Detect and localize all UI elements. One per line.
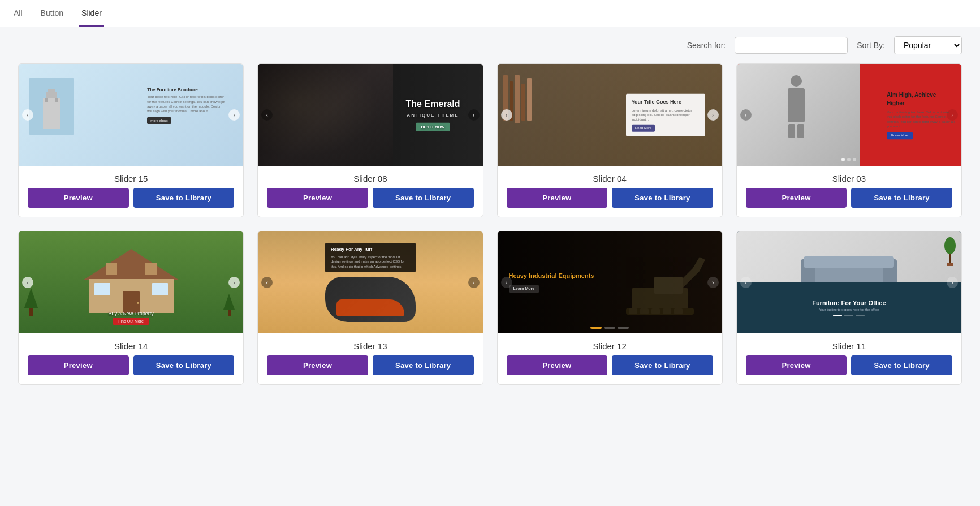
svg-marker-5 (83, 249, 179, 280)
slider14-text: Buy A New Property (109, 311, 154, 316)
prev-arrow-slider08[interactable]: ‹ (261, 109, 273, 121)
thumbnail-slider12: Heavy Industrial Equipments Learn More ‹… (498, 231, 722, 333)
svg-rect-18 (651, 308, 660, 314)
save-button-slider14[interactable]: Save to Library (133, 355, 235, 375)
svg-rect-14 (654, 277, 683, 294)
thumbnail-slider15: The Furniture Brochure Your place text h… (19, 64, 243, 166)
tab-slider[interactable]: Slider (79, 1, 104, 27)
card-title-slider11: Slider 11 (737, 333, 961, 355)
svg-point-12 (137, 302, 139, 304)
tab-all[interactable]: All (11, 1, 25, 27)
prev-arrow-slider13[interactable]: ‹ (261, 277, 273, 288)
card-actions-slider13: Preview Save to Library (258, 355, 482, 384)
card-actions-slider11: Preview Save to Library (737, 355, 961, 384)
preview-button-slider04[interactable]: Preview (507, 188, 608, 208)
next-arrow-slider12[interactable]: › (707, 277, 719, 288)
sort-label: Sort By: (857, 41, 885, 50)
card-slider14: Buy A New Property Find Out More ‹ › Sli… (18, 231, 244, 385)
slider08-title: The Emerald (405, 98, 460, 110)
toolbar: Search for: Sort By: Popular Newest Olde… (0, 27, 980, 63)
next-arrow-slider04[interactable]: › (707, 109, 719, 121)
next-arrow-slider11[interactable]: › (947, 277, 958, 288)
preview-button-slider13[interactable]: Preview (267, 355, 368, 375)
slider03-textblock: Aim High, Achieve Higher Your motivating… (887, 91, 955, 139)
save-button-slider13[interactable]: Save to Library (373, 355, 474, 375)
card-title-slider14: Slider 14 (19, 333, 243, 355)
card-actions-slider04: Preview Save to Library (498, 188, 722, 217)
next-arrow-slider08[interactable]: › (468, 109, 480, 121)
thumbnail-slider08: The Emerald ANTIQUE THEME BUY IT NOW ‹ › (258, 64, 482, 166)
prev-arrow-slider04[interactable]: ‹ (501, 109, 512, 121)
next-arrow-slider14[interactable]: › (228, 277, 240, 288)
slider14-btn: Find Out More (113, 318, 149, 325)
preview-button-slider15[interactable]: Preview (28, 188, 129, 208)
search-label: Search for: (687, 41, 726, 50)
card-actions-slider03: Preview Save to Library (737, 188, 961, 217)
next-arrow-slider03[interactable]: › (947, 109, 958, 121)
svg-rect-8 (152, 283, 168, 295)
save-button-slider04[interactable]: Save to Library (612, 188, 713, 208)
search-input[interactable] (735, 37, 848, 54)
preview-button-slider11[interactable]: Preview (746, 355, 847, 375)
preview-button-slider08[interactable]: Preview (267, 188, 368, 208)
card-slider15: The Furniture Brochure Your place text h… (18, 63, 244, 217)
prev-arrow-slider14[interactable]: ‹ (22, 277, 33, 288)
thumbnail-slider04: Your Title Goes Here Lorem ipsum dolor s… (498, 64, 722, 166)
card-actions-slider14: Preview Save to Library (19, 355, 243, 384)
card-title-slider15: Slider 15 (19, 166, 243, 188)
thumbnail-slider03: Aim High, Achieve Higher Your motivating… (737, 64, 961, 166)
card-title-slider13: Slider 13 (258, 333, 482, 355)
svg-rect-21 (804, 265, 894, 285)
tab-button[interactable]: Button (38, 1, 66, 27)
card-slider08: The Emerald ANTIQUE THEME BUY IT NOW ‹ ›… (257, 63, 483, 217)
sort-select[interactable]: Popular Newest Oldest (894, 36, 962, 54)
svg-rect-7 (94, 283, 110, 295)
save-button-slider03[interactable]: Save to Library (851, 188, 952, 208)
svg-rect-4 (55, 98, 58, 102)
card-title-slider04: Slider 04 (498, 166, 722, 188)
card-slider13: Ready For Any Turf You can add style eve… (257, 231, 483, 385)
preview-button-slider14[interactable]: Preview (28, 355, 129, 375)
svg-rect-20 (674, 308, 683, 314)
prev-arrow-slider15[interactable]: ‹ (22, 109, 33, 121)
next-arrow-slider13[interactable]: › (468, 277, 480, 288)
save-button-slider15[interactable]: Save to Library (133, 188, 235, 208)
slider11-bottom: Furniture For Your Office Your tagline t… (737, 282, 961, 333)
svg-rect-19 (663, 308, 671, 314)
prev-arrow-slider11[interactable]: ‹ (740, 277, 752, 288)
card-slider11: Furniture For Your Office Your tagline t… (736, 231, 962, 385)
thumbnail-slider13: Ready For Any Turf You can add style eve… (258, 231, 482, 333)
svg-rect-0 (48, 89, 55, 92)
svg-rect-9 (106, 263, 117, 275)
slider12-text: Heavy Industrial Equipments Learn More (509, 272, 594, 293)
next-arrow-slider15[interactable]: › (228, 109, 240, 121)
card-actions-slider12: Preview Save to Library (498, 355, 722, 384)
svg-rect-24 (804, 256, 894, 268)
slider13-box: Ready For Any Turf You can add style eve… (325, 243, 416, 272)
card-actions-slider08: Preview Save to Library (258, 188, 482, 217)
top-navigation: All Button Slider (0, 0, 980, 27)
svg-rect-1 (46, 92, 57, 98)
preview-button-slider03[interactable]: Preview (746, 188, 847, 208)
card-actions-slider15: Preview Save to Library (19, 188, 243, 217)
preview-button-slider12[interactable]: Preview (507, 355, 608, 375)
prev-arrow-slider03[interactable]: ‹ (740, 109, 752, 121)
thumbnail-slider14: Buy A New Property Find Out More ‹ › (19, 231, 243, 333)
card-slider12: Heavy Industrial Equipments Learn More ‹… (497, 231, 723, 385)
svg-rect-2 (43, 98, 60, 129)
save-button-slider12[interactable]: Save to Library (612, 355, 713, 375)
prev-arrow-slider12[interactable]: ‹ (501, 277, 512, 288)
save-button-slider08[interactable]: Save to Library (373, 188, 474, 208)
card-slider04: Your Title Goes Here Lorem ipsum dolor s… (497, 63, 723, 217)
svg-rect-16 (629, 308, 637, 314)
card-slider03: Aim High, Achieve Higher Your motivating… (736, 63, 962, 217)
card-title-slider12: Slider 12 (498, 333, 722, 355)
card-title-slider08: Slider 08 (258, 166, 482, 188)
card-title-slider03: Slider 03 (737, 166, 961, 188)
svg-rect-3 (45, 98, 48, 102)
save-button-slider11[interactable]: Save to Library (851, 355, 952, 375)
thumbnail-slider11: Furniture For Your Office Your tagline t… (737, 231, 961, 333)
template-grid: The Furniture Brochure Your place text h… (0, 63, 980, 403)
svg-rect-10 (145, 263, 157, 275)
svg-rect-17 (640, 308, 649, 314)
